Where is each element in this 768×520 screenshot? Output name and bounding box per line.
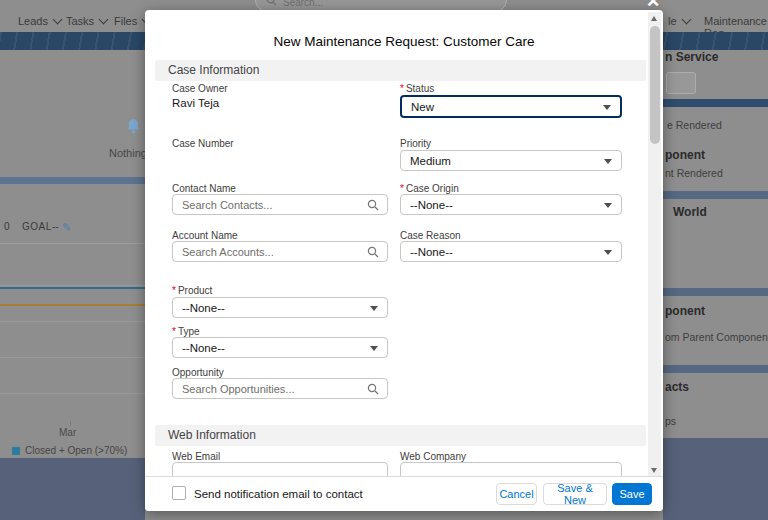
legend-swatch	[12, 447, 20, 455]
dropdown-caret-icon	[370, 346, 378, 351]
chevron-down-icon	[99, 15, 109, 25]
section-web-information: Web Information	[155, 425, 646, 446]
web-email-label: Web Email	[172, 451, 220, 462]
scroll-down-icon[interactable]	[651, 468, 657, 473]
required-icon: *	[172, 326, 176, 337]
scroll-up-icon[interactable]	[651, 16, 657, 21]
product-select[interactable]: --None--	[172, 297, 388, 318]
modal-close-icon[interactable]: ✕	[646, 0, 660, 10]
contact-name-label: Contact Name	[172, 183, 236, 194]
product-label: *Product	[172, 285, 212, 296]
case-owner-label: Case Owner	[172, 83, 228, 94]
case-number-label: Case Number	[172, 138, 234, 149]
account-name-input[interactable]	[173, 242, 387, 261]
cancel-button[interactable]: Cancel	[496, 483, 537, 505]
pencil-icon[interactable]: ✎	[62, 221, 71, 234]
divider	[0, 243, 145, 244]
page-bottom-strip	[0, 458, 145, 520]
case-reason-value: --None--	[410, 246, 453, 258]
performance-card-bar	[0, 177, 145, 184]
nav-tab-tasks[interactable]: Tasks	[66, 15, 107, 27]
chart-legend: Closed + Open (>70%)	[12, 445, 127, 456]
bg-card-title: n Service	[665, 50, 718, 64]
type-value: --None--	[182, 342, 225, 354]
background-section-bar	[663, 365, 768, 373]
priority-label: Priority	[400, 138, 431, 149]
search-icon	[367, 199, 379, 213]
background-button	[666, 72, 696, 94]
status-select[interactable]: New	[400, 95, 622, 118]
case-origin-label: *Case Origin	[400, 183, 459, 194]
goal-prefix: 0	[4, 221, 10, 232]
dropdown-caret-icon	[604, 159, 612, 164]
bell-icon	[126, 118, 141, 139]
type-label: *Type	[172, 326, 200, 337]
chevron-down-icon	[53, 15, 63, 25]
search-placeholder: Search...	[283, 0, 323, 8]
modal-scrollbar[interactable]	[648, 12, 661, 477]
contact-name-lookup	[172, 194, 388, 215]
status-label: *Status	[400, 83, 434, 94]
case-reason-select[interactable]: --None--	[400, 241, 622, 262]
bg-card-title: ponent	[665, 304, 705, 318]
search-icon	[367, 246, 379, 260]
priority-select[interactable]: Medium	[400, 150, 622, 171]
goal-label: GOAL	[22, 221, 52, 232]
send-notification-label: Send notification email to contact	[194, 488, 363, 500]
nav-tab-label: Leads	[18, 15, 48, 27]
nav-tab-partial[interactable]: le	[668, 15, 690, 27]
opportunity-input[interactable]	[173, 379, 387, 398]
nav-tab-label: le	[668, 15, 677, 27]
modal-title: New Maintenance Request: Customer Care	[145, 34, 663, 49]
scrollbar-thumb[interactable]	[650, 26, 660, 144]
search-icon	[367, 383, 379, 397]
save-and-new-button[interactable]: Save & New	[543, 483, 607, 505]
bg-card-text: om Parent Component!!	[665, 331, 768, 343]
send-notification-checkbox[interactable]	[172, 486, 186, 500]
contact-name-input[interactable]	[173, 195, 387, 214]
chart-line-blue	[0, 287, 145, 289]
dropdown-caret-icon	[603, 105, 611, 110]
opportunity-label: Opportunity	[172, 367, 224, 378]
case-origin-select[interactable]: --None--	[400, 194, 622, 215]
required-icon: *	[172, 285, 176, 296]
product-value: --None--	[182, 302, 225, 314]
save-button[interactable]: Save	[612, 483, 652, 505]
goal-value: --	[52, 221, 59, 232]
search-icon	[266, 0, 277, 8]
background-section-bar	[663, 288, 768, 296]
status-value: New	[411, 101, 434, 113]
background-section-bar	[663, 99, 768, 107]
axis-tick	[70, 421, 71, 426]
bg-card-text: nt Rendered	[665, 167, 723, 179]
dropdown-caret-icon	[604, 203, 612, 208]
bg-card-title: World	[673, 205, 707, 219]
nav-tab-label: Files	[114, 15, 137, 27]
performance-chart	[0, 250, 145, 424]
case-reason-label: Case Reason	[400, 230, 461, 241]
account-name-label: Account Name	[172, 230, 238, 241]
required-icon: *	[400, 83, 404, 94]
bg-card-text: ps	[665, 415, 676, 427]
required-icon: *	[400, 183, 404, 194]
type-select[interactable]: --None--	[172, 337, 388, 358]
case-owner-value: Ravi Teja	[172, 97, 219, 109]
bg-card-title: acts	[665, 380, 689, 394]
chart-line-orange	[0, 304, 145, 306]
legend-label: Closed + Open (>70%)	[25, 445, 127, 456]
dropdown-caret-icon	[604, 250, 612, 255]
new-maintenance-request-modal: New Maintenance Request: Customer Care C…	[145, 10, 663, 511]
bg-card-title: ponent	[665, 148, 705, 162]
dropdown-caret-icon	[370, 306, 378, 311]
account-name-lookup	[172, 241, 388, 262]
nav-tab-label: Tasks	[66, 15, 94, 27]
case-origin-value: --None--	[410, 199, 453, 211]
nav-tab-leads[interactable]: Leads	[18, 15, 61, 27]
chevron-down-icon	[681, 15, 691, 25]
opportunity-lookup	[172, 378, 388, 399]
modal-footer: Send notification email to contact Cance…	[145, 476, 663, 511]
section-case-information: Case Information	[155, 60, 646, 81]
page-bottom-strip	[663, 438, 768, 520]
background-section-bar	[663, 191, 768, 199]
web-company-label: Web Company	[400, 451, 466, 462]
